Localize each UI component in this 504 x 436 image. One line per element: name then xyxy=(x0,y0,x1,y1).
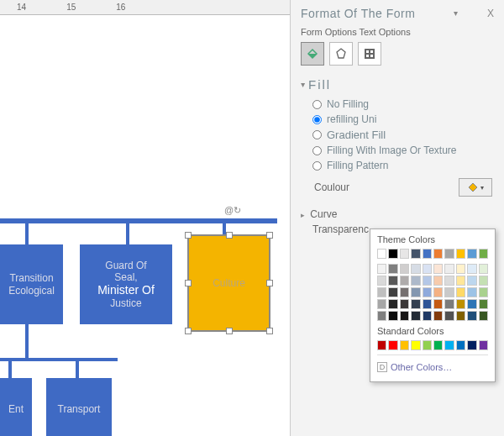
color-swatch[interactable] xyxy=(377,287,386,297)
rotate-handle[interactable]: @↻ xyxy=(224,205,241,216)
color-swatch[interactable] xyxy=(433,276,443,286)
page-area[interactable]: Transition Ecological Guard Of Seal, Min… xyxy=(0,15,290,436)
resize-handle[interactable] xyxy=(185,232,192,239)
radio-input[interactable] xyxy=(312,100,322,109)
resize-handle[interactable] xyxy=(266,280,273,286)
curve-section[interactable]: Curve xyxy=(291,203,504,222)
color-swatch[interactable] xyxy=(388,299,397,309)
color-swatch[interactable] xyxy=(423,287,432,297)
color-swatch[interactable] xyxy=(456,299,465,309)
color-swatch[interactable] xyxy=(479,299,488,309)
other-colors-button[interactable]: D Other Colors… xyxy=(377,360,488,375)
shape-culture[interactable]: Culture xyxy=(189,236,269,330)
pane-menu-button[interactable]: ▾ xyxy=(454,8,458,18)
color-swatch[interactable] xyxy=(444,311,454,321)
color-swatch[interactable] xyxy=(400,249,409,259)
resize-handle[interactable] xyxy=(226,232,233,239)
color-swatch[interactable] xyxy=(377,340,386,350)
radio-input[interactable] xyxy=(312,161,322,171)
color-swatch[interactable] xyxy=(456,340,465,350)
resize-handle[interactable] xyxy=(185,280,192,286)
color-swatch[interactable] xyxy=(456,287,465,297)
color-swatch[interactable] xyxy=(433,311,443,321)
color-swatch[interactable] xyxy=(444,299,454,309)
color-swatch[interactable] xyxy=(377,249,386,259)
color-swatch[interactable] xyxy=(467,276,476,286)
color-swatch[interactable] xyxy=(467,340,476,350)
color-swatch[interactable] xyxy=(411,299,420,309)
color-swatch[interactable] xyxy=(411,264,420,274)
color-swatch[interactable] xyxy=(400,287,409,297)
color-swatch[interactable] xyxy=(444,287,454,297)
resize-handle[interactable] xyxy=(185,328,192,334)
color-swatch[interactable] xyxy=(467,311,476,321)
radio-solid-fill[interactable]: refilling Uni xyxy=(301,112,494,127)
color-swatch[interactable] xyxy=(479,276,488,286)
color-swatch[interactable] xyxy=(433,299,443,309)
color-swatch[interactable] xyxy=(456,276,465,286)
color-swatch[interactable] xyxy=(433,249,443,259)
color-swatch[interactable] xyxy=(388,311,397,321)
color-swatch[interactable] xyxy=(479,249,488,259)
color-swatch[interactable] xyxy=(400,276,409,286)
shape-minister-justice[interactable]: Guard Of Seal, Minister Of Justice xyxy=(80,244,172,324)
color-swatch[interactable] xyxy=(377,299,386,309)
color-swatch[interactable] xyxy=(444,276,454,286)
color-swatch[interactable] xyxy=(400,311,409,321)
color-swatch[interactable] xyxy=(479,340,488,350)
color-swatch[interactable] xyxy=(388,276,397,286)
effects-tab-icon[interactable] xyxy=(329,42,353,66)
color-swatch[interactable] xyxy=(423,249,432,259)
color-swatch[interactable] xyxy=(444,249,454,259)
color-swatch[interactable] xyxy=(388,287,397,297)
color-swatch[interactable] xyxy=(400,299,409,309)
color-swatch[interactable] xyxy=(456,311,465,321)
resize-handle[interactable] xyxy=(266,328,273,334)
close-button[interactable]: X xyxy=(487,8,494,19)
color-swatch[interactable] xyxy=(411,276,420,286)
color-swatch[interactable] xyxy=(467,287,476,297)
radio-pattern-fill[interactable]: Filling Pattern xyxy=(301,158,494,173)
document-canvas[interactable]: 14 15 16 Transition Ecological Guard Of … xyxy=(0,0,290,436)
resize-handle[interactable] xyxy=(226,328,233,334)
color-swatch[interactable] xyxy=(411,340,420,350)
radio-image-fill[interactable]: Filling With Image Or Texture xyxy=(301,143,494,158)
color-swatch[interactable] xyxy=(467,264,476,274)
color-swatch[interactable] xyxy=(388,249,397,259)
radio-input[interactable] xyxy=(312,130,322,139)
fill-tab-icon[interactable] xyxy=(301,42,324,66)
color-swatch[interactable] xyxy=(479,264,488,274)
shape-transition-ecological[interactable]: Transition Ecological xyxy=(0,244,63,324)
color-swatch[interactable] xyxy=(411,249,420,259)
color-swatch[interactable] xyxy=(456,249,465,259)
resize-handle[interactable] xyxy=(266,232,273,239)
color-swatch[interactable] xyxy=(377,264,386,274)
radio-input[interactable] xyxy=(312,115,322,124)
color-swatch[interactable] xyxy=(377,311,386,321)
color-swatch[interactable] xyxy=(467,299,476,309)
color-swatch[interactable] xyxy=(400,340,409,350)
color-swatch[interactable] xyxy=(388,340,397,350)
color-swatch[interactable] xyxy=(388,264,397,274)
fill-section-heading[interactable]: Fill xyxy=(301,77,494,92)
color-swatch[interactable] xyxy=(423,264,432,274)
radio-gradient-fill[interactable]: Gradient Fill xyxy=(301,127,494,143)
color-swatch[interactable] xyxy=(411,311,420,321)
shape-ent[interactable]: Ent xyxy=(0,378,32,436)
color-swatch[interactable] xyxy=(423,340,432,350)
color-swatch[interactable] xyxy=(377,276,386,286)
color-swatch[interactable] xyxy=(423,276,432,286)
radio-input[interactable] xyxy=(312,146,322,155)
radio-no-fill[interactable]: No Filling xyxy=(301,97,494,112)
color-swatch[interactable] xyxy=(433,264,443,274)
color-swatch[interactable] xyxy=(433,340,443,350)
color-swatch[interactable] xyxy=(444,340,454,350)
fill-color-button[interactable]: ▾ xyxy=(459,178,492,197)
shape-transport[interactable]: Transport xyxy=(46,378,112,436)
color-swatch[interactable] xyxy=(423,311,432,321)
color-swatch[interactable] xyxy=(433,287,443,297)
color-swatch[interactable] xyxy=(444,264,454,274)
color-swatch[interactable] xyxy=(479,311,488,321)
color-swatch[interactable] xyxy=(400,264,409,274)
color-swatch[interactable] xyxy=(456,264,465,274)
